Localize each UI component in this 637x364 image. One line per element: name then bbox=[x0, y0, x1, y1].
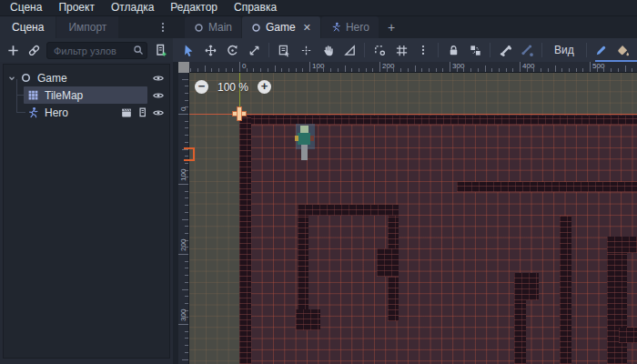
ruler-tick bbox=[576, 68, 577, 72]
scale-tool-icon[interactable] bbox=[244, 40, 264, 60]
menu-editor[interactable]: Редактор bbox=[162, 0, 226, 15]
zoom-out-button[interactable]: − bbox=[195, 80, 208, 94]
lock-icon[interactable] bbox=[443, 40, 463, 60]
ruler-tick bbox=[470, 68, 471, 72]
ruler-tick bbox=[582, 68, 583, 72]
tree-node-label: TileMap bbox=[45, 89, 83, 102]
scene-circle-icon bbox=[194, 23, 204, 33]
ruler-label: 500 bbox=[592, 62, 604, 70]
tree-row-tilemap[interactable]: TileMap bbox=[4, 86, 169, 104]
grid-snap-icon[interactable] bbox=[391, 40, 411, 60]
viewport-canvas[interactable]: − 100 % + bbox=[189, 73, 637, 364]
ruler-tick bbox=[226, 68, 227, 72]
smart-snap-icon[interactable] bbox=[369, 40, 389, 60]
tile-paint-pencil-icon[interactable] bbox=[592, 40, 612, 60]
ruler-tick bbox=[429, 68, 430, 72]
tilemap-wall bbox=[296, 309, 320, 330]
ruler-tick bbox=[232, 68, 233, 72]
ruler-tick bbox=[178, 184, 188, 185]
instance-scene-link-icon[interactable] bbox=[25, 42, 42, 58]
add-node-icon[interactable] bbox=[5, 42, 21, 58]
ruler-tick bbox=[415, 66, 416, 72]
ruler-tick bbox=[296, 68, 297, 72]
ruler-tick bbox=[275, 66, 276, 72]
instanced-scene-clapper-icon[interactable] bbox=[120, 106, 133, 119]
ruler-tick bbox=[253, 68, 254, 72]
visibility-eye-icon[interactable] bbox=[152, 106, 165, 119]
ruler-tick bbox=[590, 62, 591, 72]
list-select-tool-icon[interactable] bbox=[274, 40, 294, 60]
menu-help[interactable]: Справка bbox=[226, 0, 285, 15]
tree-row-game[interactable]: Game bbox=[4, 69, 169, 86]
menu-project[interactable]: Проект bbox=[50, 0, 103, 15]
toolbar-separator bbox=[541, 43, 542, 57]
ruler-tick bbox=[436, 68, 437, 72]
ruler-label: 100 bbox=[179, 169, 187, 181]
ruler-tick bbox=[555, 66, 556, 72]
ruler-tick bbox=[359, 68, 359, 72]
ruler-tick bbox=[178, 254, 188, 255]
toolbar-separator bbox=[268, 43, 269, 57]
ruler-tick bbox=[182, 219, 188, 220]
tilemap-wall bbox=[239, 116, 251, 364]
ruler-tick bbox=[190, 68, 191, 72]
tilemap-wall bbox=[377, 248, 399, 277]
zoom-level-label[interactable]: 100 % bbox=[212, 81, 254, 94]
scene-tab-hero[interactable]: Hero bbox=[321, 16, 379, 38]
zoom-in-button[interactable]: + bbox=[258, 80, 271, 94]
ruler-tick bbox=[632, 68, 632, 72]
dock-menu-dots-icon[interactable] bbox=[153, 16, 173, 38]
visibility-eye-icon[interactable] bbox=[152, 89, 165, 102]
scene-tab-bar: Main Game ✕ Hero + bbox=[173, 16, 637, 38]
skeleton-options-icon[interactable] bbox=[517, 40, 537, 60]
ruler-tick bbox=[569, 68, 570, 72]
attach-script-icon[interactable] bbox=[152, 42, 168, 58]
ruler-tick bbox=[345, 66, 346, 72]
menu-debug[interactable]: Отладка bbox=[103, 0, 162, 15]
pan-tool-icon[interactable] bbox=[318, 40, 338, 60]
select-tool-icon[interactable] bbox=[178, 40, 198, 60]
snap-options-dots-icon[interactable] bbox=[413, 40, 433, 60]
snap-pivot-tool-icon[interactable] bbox=[296, 40, 316, 60]
tree-node-label: Hero bbox=[45, 106, 68, 119]
hero-sprite-arm-right bbox=[310, 136, 314, 141]
group-icon[interactable] bbox=[465, 40, 485, 60]
dock-tab-scene[interactable]: Сцена bbox=[0, 16, 56, 38]
rotate-tool-icon[interactable] bbox=[222, 40, 242, 60]
ruler-tick bbox=[185, 86, 188, 86]
ruler-tick bbox=[561, 68, 562, 72]
ruler-tick bbox=[185, 233, 188, 234]
tilemap-walls-layer bbox=[189, 73, 637, 364]
dock-tab-import[interactable]: Импорт bbox=[56, 16, 118, 38]
script-icon[interactable] bbox=[136, 106, 148, 118]
ruler-tick bbox=[338, 68, 339, 72]
ruler-tick bbox=[185, 261, 188, 262]
tile-bucket-icon[interactable] bbox=[613, 40, 633, 60]
ruler-tick bbox=[260, 68, 261, 72]
ruler-tick bbox=[182, 79, 188, 80]
ruler-tool-icon[interactable] bbox=[339, 40, 359, 60]
toolbar-separator bbox=[490, 43, 490, 57]
move-tool-icon[interactable] bbox=[200, 40, 220, 60]
close-icon[interactable]: ✕ bbox=[303, 22, 311, 34]
tilemap-wall bbox=[607, 237, 637, 253]
ruler-tick bbox=[366, 68, 367, 72]
bone-icon[interactable] bbox=[495, 40, 515, 60]
scene-tab-game[interactable]: Game ✕ bbox=[242, 16, 320, 38]
ruler-tick bbox=[379, 62, 380, 72]
view-menu-button[interactable]: Вид bbox=[547, 44, 581, 56]
chevron-down-icon[interactable] bbox=[7, 74, 18, 83]
scene-tree-panel: Game TileMap bbox=[3, 64, 170, 359]
selection-edge-marker bbox=[184, 147, 195, 161]
new-scene-tab-button[interactable]: + bbox=[379, 16, 403, 38]
ruler-tick bbox=[218, 68, 219, 72]
scene-tab-main[interactable]: Main bbox=[185, 16, 241, 38]
ruler-tick bbox=[185, 331, 188, 332]
menu-scene[interactable]: Сцена bbox=[2, 0, 50, 15]
visibility-eye-icon[interactable] bbox=[152, 72, 165, 85]
ruler-tick bbox=[281, 68, 282, 72]
ruler-tick bbox=[400, 68, 401, 72]
hero-sprite-body bbox=[298, 133, 310, 145]
tree-row-hero[interactable]: Hero bbox=[4, 104, 169, 121]
ruler-tick bbox=[478, 68, 479, 72]
